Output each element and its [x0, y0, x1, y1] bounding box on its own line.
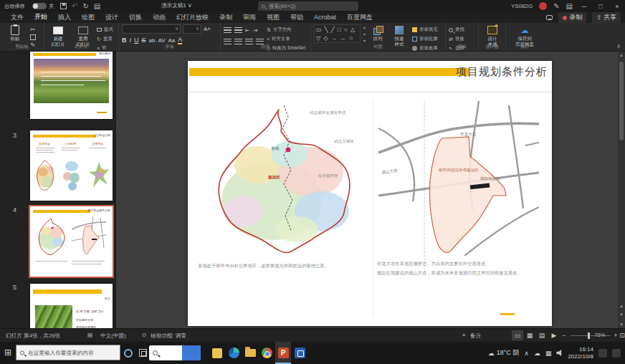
weather-widget[interactable]: ☁18°C 阴 — [488, 348, 520, 358]
change-case-button[interactable]: Aa — [168, 37, 176, 44]
regional-location-map[interactable]: 武汉都市发展区界线 武汉主城区 临空都市区 基地 规划区 — [204, 104, 361, 257]
arrange-button[interactable]: 排列 — [368, 24, 387, 42]
search-box[interactable]: 搜索(Alt+Q) — [258, 1, 358, 11]
cortana-button[interactable] — [120, 342, 136, 364]
italic-button[interactable]: I — [130, 37, 132, 44]
notes-button[interactable]: 备注 — [470, 332, 481, 340]
touch-mode-icon[interactable]: ▤ — [94, 0, 100, 12]
slide-thumbnail-5[interactable]: 定位 以"田"为底 "乡村"为心 打造都市近郊 田园综合体项目 — [30, 284, 113, 328]
taskbar-app-edge[interactable] — [226, 342, 242, 364]
scroll-down-icon[interactable]: ▼ — [618, 322, 625, 327]
slide-thumbnail-3[interactable]: 上位规划分析 总体规划 土地利用 交通规划 — [30, 130, 113, 201]
volume-icon[interactable] — [556, 350, 563, 356]
shapes-gallery-scroll[interactable]: ▴▾▾ — [363, 24, 366, 43]
tab-baidu-netdisk[interactable]: 百度网盘 — [342, 12, 378, 24]
widget-search-button[interactable] — [182, 345, 201, 360]
tab-slideshow[interactable]: 幻灯片放映 — [171, 12, 214, 24]
ribbon-display-options-icon[interactable]: ▤ — [566, 0, 573, 12]
minimize-button[interactable]: ─ — [579, 3, 589, 10]
strikethrough-button[interactable]: S — [142, 37, 146, 44]
decrease-indent-icon[interactable]: ⇤ — [245, 27, 250, 34]
paste-button[interactable]: 粘贴 — [3, 24, 27, 42]
next-slide-icon[interactable]: ▼ — [618, 312, 625, 317]
zoom-percentage[interactable]: 75% — [594, 332, 605, 338]
tab-view[interactable]: 视图 — [262, 12, 285, 24]
close-button[interactable]: × — [612, 3, 622, 10]
reading-view-button[interactable]: ▤ — [536, 330, 548, 340]
autosave-toggle[interactable]: 自动保存 关 — [4, 1, 55, 11]
action-center-icon[interactable] — [612, 349, 621, 358]
slide-thumbnail-4-selected[interactable]: 项目规划条件分析 — [30, 206, 113, 277]
avatar[interactable] — [539, 2, 547, 10]
tray-tool-icon-1[interactable] — [598, 349, 607, 358]
taskbar-search-box[interactable]: 在这里输入你要搜索的内容 — [16, 345, 120, 360]
right-map-caption-line2[interactable]: 规划近期建设的成山大道，将成为未来基地通往武汉市区的快速主通道。 — [377, 270, 522, 277]
align-text-button[interactable]: ≡对齐文本 — [267, 35, 314, 43]
reset-button[interactable]: ↻重置 — [97, 35, 115, 43]
taskbar-app-blue[interactable] — [292, 342, 307, 364]
font-name-combobox[interactable] — [122, 24, 181, 34]
tab-home[interactable]: 开始 — [29, 11, 52, 24]
document-title[interactable]: 演示文稿1 ∨ — [161, 1, 192, 9]
font-color-button[interactable]: A — [178, 36, 182, 44]
tab-draw[interactable]: 绘图 — [77, 12, 100, 24]
taskbar-app-chrome[interactable] — [259, 342, 275, 364]
grow-font-icon[interactable]: A˄ — [204, 26, 211, 32]
scroll-up-icon[interactable]: ▲ — [618, 53, 625, 57]
onedrive-cloud-icon[interactable]: ☁ — [534, 350, 540, 357]
left-map-caption[interactable]: 基地处于都市与乡村交界地带，是发展观光休闲农业的最佳位置。 — [198, 263, 329, 269]
autosave-switch[interactable] — [32, 3, 47, 9]
save-icon[interactable] — [60, 3, 67, 9]
font-size-combobox[interactable] — [183, 24, 201, 34]
text-shadow-button[interactable]: ab — [149, 37, 156, 44]
restore-button[interactable]: □ — [596, 3, 606, 10]
language-indicator[interactable]: 中文(中国) — [100, 332, 126, 340]
record-button[interactable]: 录制 — [558, 12, 586, 23]
scrollbar-thumb[interactable] — [619, 62, 624, 140]
zoom-slider-thumb[interactable] — [588, 332, 590, 339]
copy-icon[interactable] — [30, 34, 36, 40]
find-button[interactable]: 查找 — [449, 26, 467, 34]
tab-design[interactable]: 设计 — [100, 12, 123, 24]
taskbar-app-powerpoint-active[interactable]: P — [275, 342, 291, 364]
undo-icon[interactable]: ↶ — [72, 0, 77, 12]
numbering-icon[interactable] — [234, 27, 242, 33]
user-id[interactable]: YS082G — [511, 3, 533, 9]
start-button[interactable]: ⊞ — [0, 342, 16, 364]
network-icon[interactable]: ▦ — [545, 350, 552, 357]
increase-indent-icon[interactable]: ⇥ — [253, 27, 258, 34]
underline-button[interactable]: U — [134, 37, 139, 44]
tab-help[interactable]: 帮助 — [285, 12, 308, 24]
share-button[interactable]: ⇧共享 — [592, 12, 621, 23]
fit-slide-icon[interactable]: ⊡ — [616, 330, 625, 340]
shape-fill-button[interactable]: 形状填充 — [412, 26, 442, 34]
slide-editing-surface[interactable]: 项目规划条件分析 — [188, 61, 552, 326]
text-direction-button[interactable]: ⇅文字方向 — [267, 26, 314, 34]
right-map-caption-line1[interactable]: 祥龙大道在基地北侧穿过，为目前的主要对外交通通道。 — [377, 261, 490, 267]
search-widget[interactable] — [149, 345, 201, 360]
spellcheck-icon[interactable]: ▤ — [87, 332, 92, 338]
tab-record[interactable]: 录制 — [214, 12, 237, 24]
task-view-button[interactable] — [135, 342, 151, 364]
slide-title[interactable]: 项目规划条件分析 — [419, 65, 548, 79]
character-spacing-button[interactable]: AV — [158, 37, 165, 44]
slideshow-button[interactable]: ▶ — [548, 330, 560, 340]
redo-icon[interactable]: ↻ — [82, 0, 88, 12]
tab-insert[interactable]: 插入 — [53, 12, 76, 24]
comments-icon[interactable] — [546, 15, 553, 20]
tab-transitions[interactable]: 切换 — [124, 12, 147, 24]
tab-animations[interactable]: 动画 — [148, 12, 171, 24]
taskbar-app-explorer[interactable] — [242, 342, 258, 364]
slide-sorter-view-button[interactable]: ▦ — [524, 330, 535, 340]
canvas-scrollbar[interactable]: ▲ ▲ ▼ ▼ — [618, 52, 625, 328]
road-network-map[interactable]: 祥龙大道 成山大道 都市田园综合体规划区 城际铁路站 — [378, 101, 539, 256]
shape-outline-button[interactable]: 形状轮廓 — [412, 35, 442, 43]
accessibility-status[interactable]: 辅助功能: 调查 — [151, 332, 186, 340]
cut-icon[interactable]: ✂ — [30, 26, 36, 33]
normal-view-button[interactable]: ▭ — [512, 330, 523, 340]
zoom-out-icon[interactable]: − — [560, 330, 568, 340]
taskbar-clock[interactable]: 16:142022/10/8 — [568, 346, 593, 360]
bullets-icon[interactable] — [224, 27, 232, 33]
previous-slide-icon[interactable]: ▲ — [618, 304, 625, 308]
taskbar-app-notes[interactable] — [209, 342, 225, 364]
